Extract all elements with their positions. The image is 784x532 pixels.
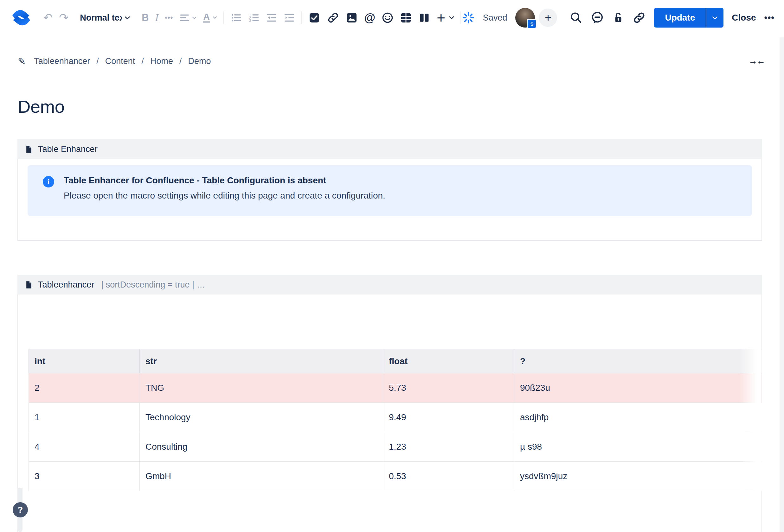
editor-toolbar: ↶ ↷ Normal text B I ••• A (0, 0, 784, 35)
alignment-dropdown[interactable] (179, 12, 196, 23)
cell-int: 1 (29, 403, 140, 432)
data-table: int str float ? 2 TNG 5.73 90ß23u 1 (29, 349, 762, 491)
help-button[interactable]: ? (13, 502, 28, 518)
cell-q: asdjhfp (514, 403, 762, 432)
bold-button[interactable]: B (142, 12, 149, 24)
document-icon (24, 145, 33, 154)
bullet-list-button[interactable] (230, 12, 242, 24)
insert-more-button[interactable]: + (437, 10, 445, 25)
page-scrollbar[interactable] (780, 37, 784, 532)
column-header-int[interactable]: int (29, 349, 140, 373)
saved-status-label: Saved (483, 13, 507, 23)
macro-params: | sortDescending = true | … (101, 280, 205, 290)
insert-table-button[interactable] (400, 12, 412, 24)
breadcrumb-separator: / (96, 56, 99, 66)
info-banner: i Table Enhancer for Confluence - Table … (28, 165, 752, 216)
close-button[interactable]: Close (732, 13, 756, 23)
table-row: 4 Consulting 1.23 µ s98 (29, 432, 762, 462)
search-button[interactable] (570, 11, 583, 24)
comment-button[interactable] (591, 11, 604, 24)
action-item-button[interactable] (308, 12, 320, 24)
toolbar-divider (223, 11, 224, 24)
toolbar-left-group: ↶ ↷ Normal text B I ••• A (11, 8, 461, 27)
cell-q: 90ß23u (514, 373, 762, 403)
invite-button[interactable]: + (539, 8, 557, 27)
avatar-status-badge: S (527, 19, 537, 29)
cell-str: Technology (140, 403, 383, 432)
text-style-label: Normal text (80, 13, 122, 23)
table-row: 1 Technology 9.49 asdjhfp (29, 403, 762, 432)
update-button-group: Update (654, 8, 724, 28)
numbered-list-button[interactable]: 123 (248, 12, 259, 24)
insert-image-button[interactable] (346, 12, 358, 24)
cell-int: 2 (29, 373, 140, 403)
cell-q: µ s98 (514, 432, 762, 462)
breadcrumb-item-demo[interactable]: Demo (188, 56, 211, 66)
emoji-button[interactable] (382, 12, 394, 24)
svg-text:3: 3 (249, 19, 251, 23)
more-formatting-button[interactable]: ••• (165, 13, 173, 22)
cell-float: 0.53 (383, 462, 514, 491)
breadcrumb-item-content[interactable]: Content (105, 56, 135, 66)
text-color-dropdown[interactable]: A (203, 13, 217, 23)
confluence-logo-icon[interactable] (11, 8, 32, 27)
redo-button[interactable]: ↷ (59, 12, 68, 24)
macro-tableenhancer[interactable]: Tableenhancer | sortDescending = true | … (18, 275, 762, 532)
toolbar-divider (460, 11, 461, 24)
table-row: 3 GmbH 0.53 ysdvßm9juz (29, 462, 762, 491)
macro-header[interactable]: Table Enhancer (18, 139, 762, 159)
layouts-button[interactable] (418, 12, 430, 24)
text-color-icon: A (203, 13, 210, 23)
indent-button[interactable] (284, 12, 295, 24)
column-header-str[interactable]: str (140, 349, 383, 373)
macro-header[interactable]: Tableenhancer | sortDescending = true | … (18, 275, 762, 295)
user-avatar[interactable]: S (515, 8, 535, 28)
cell-float: 1.23 (383, 432, 514, 462)
outdent-button[interactable] (266, 12, 277, 24)
update-button[interactable]: Update (654, 8, 706, 28)
edit-pencil-icon: ✎ (18, 56, 26, 67)
macro-body: i Table Enhancer for Confluence - Table … (18, 159, 762, 241)
chevron-down-icon (124, 16, 130, 20)
cell-str: TNG (140, 373, 383, 403)
macro-table-enhancer[interactable]: Table Enhancer i Table Enhancer for Conf… (18, 139, 762, 241)
table-row: 2 TNG 5.73 90ß23u (29, 373, 762, 403)
table-header-row: int str float ? (29, 349, 762, 373)
italic-button[interactable]: I (155, 12, 159, 24)
cell-int: 3 (29, 462, 140, 491)
insert-more-chevron[interactable] (449, 16, 454, 19)
column-header-float[interactable]: float (383, 349, 514, 373)
info-icon: i (43, 176, 54, 187)
info-text: Table Enhancer for Confluence - Table Co… (64, 175, 385, 216)
copy-link-button[interactable] (633, 11, 646, 24)
breadcrumb: ✎ Tableenhancer / Content / Home / Demo (18, 56, 211, 67)
cell-float: 9.49 (383, 403, 514, 432)
breadcrumb-item-home[interactable]: Home (150, 56, 173, 66)
toolbar-overflow-button[interactable]: ••• (764, 13, 775, 23)
undo-button[interactable]: ↶ (43, 12, 53, 24)
cell-str: Consulting (140, 432, 383, 462)
cell-q: ysdvßm9juz (514, 462, 762, 491)
table-scroll-area[interactable]: int str float ? 2 TNG 5.73 90ß23u 1 (29, 349, 762, 491)
info-banner-body: Please open the macro settings while edi… (64, 190, 385, 201)
page-title[interactable]: Demo (18, 96, 64, 117)
macro-title: Tableenhancer (38, 280, 94, 290)
chevron-down-icon (213, 16, 217, 19)
saving-spinner-icon (462, 11, 475, 24)
column-header-q[interactable]: ? (514, 349, 762, 373)
update-dropdown-button[interactable] (706, 8, 724, 28)
collapse-width-button[interactable]: →← (749, 56, 764, 66)
cell-str: GmbH (140, 462, 383, 491)
cell-float: 5.73 (383, 373, 514, 403)
breadcrumb-row: ✎ Tableenhancer / Content / Home / Demo … (18, 51, 764, 71)
chevron-down-icon (192, 17, 196, 19)
mention-button[interactable]: @ (364, 11, 375, 24)
unlock-button[interactable] (612, 12, 624, 24)
breadcrumb-item-space[interactable]: Tableenhancer (34, 56, 90, 66)
text-style-dropdown[interactable]: Normal text (80, 13, 130, 23)
cell-int: 4 (29, 432, 140, 462)
breadcrumb-separator: / (141, 56, 144, 66)
align-lines-icon (179, 12, 190, 23)
breadcrumb-separator: / (179, 56, 182, 66)
insert-link-button[interactable] (327, 11, 339, 24)
